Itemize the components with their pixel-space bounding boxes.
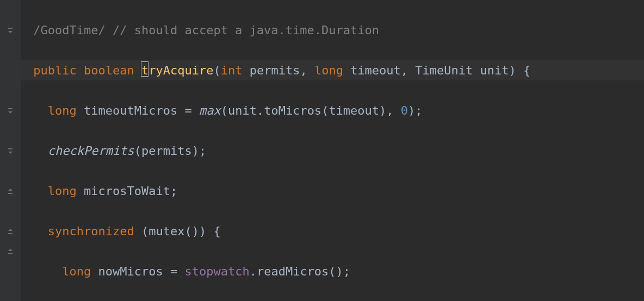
fn-mutex: mutex <box>148 224 184 238</box>
fn-checkPermits: checkPermits <box>48 144 134 158</box>
keyword-synchronized: synchronized <box>48 224 134 238</box>
code-line: long microsToWait; <box>21 181 644 201</box>
code-editor[interactable]: /GoodTime/ // should accept a java.time.… <box>0 0 644 301</box>
var-nowMicros: nowMicros <box>98 265 163 278</box>
annotation: /GoodTime/ <box>33 23 105 37</box>
type-long: long <box>314 64 343 77</box>
fn-toMicros: toMicros <box>264 104 321 117</box>
fold-marker-icon[interactable] <box>7 27 14 34</box>
fn-readMicros: readMicros <box>257 265 329 278</box>
param-timeout: timeout <box>350 64 401 77</box>
type-int: int <box>221 64 243 77</box>
fold-end-icon[interactable] <box>7 248 14 255</box>
code-line: long timeoutMicros = max(unit.toMicros(t… <box>21 101 644 121</box>
code-line: synchronized (mutex()) { <box>21 221 644 241</box>
type-timeunit: TimeUnit <box>415 64 473 77</box>
keyword-long: long <box>48 104 77 117</box>
keyword-public: public <box>33 64 76 77</box>
code-line-current: public boolean tryAcquire(int permits, l… <box>21 60 644 80</box>
keyword-long: long <box>48 184 77 198</box>
keyword-long: long <box>62 265 91 278</box>
fold-marker-icon[interactable] <box>7 107 14 115</box>
method-name: tryAcquire <box>141 64 213 77</box>
code-line: /GoodTime/ // should accept a java.time.… <box>21 20 644 40</box>
var-microsToWait: microsToWait; <box>84 184 177 198</box>
comment: // should accept a java.time.Duration <box>113 23 379 37</box>
code-area[interactable]: /GoodTime/ // should accept a java.time.… <box>21 0 644 301</box>
var-timeoutMicros: timeoutMicros <box>84 104 177 117</box>
fold-marker-icon[interactable] <box>7 147 14 155</box>
keyword-boolean: boolean <box>84 64 134 77</box>
fold-end-icon[interactable] <box>7 228 14 235</box>
gutter <box>0 0 21 301</box>
code-line: long nowMicros = stopwatch.readMicros(); <box>21 261 644 281</box>
fn-max: max <box>199 104 221 117</box>
field-stopwatch: stopwatch <box>184 265 249 278</box>
param-unit: unit <box>480 64 509 77</box>
code-line: checkPermits(permits); <box>21 141 644 161</box>
literal-zero: 0 <box>401 104 408 117</box>
fold-end-icon[interactable] <box>7 187 14 195</box>
text-cursor: t <box>141 60 148 80</box>
param-permits: permits <box>250 64 300 77</box>
